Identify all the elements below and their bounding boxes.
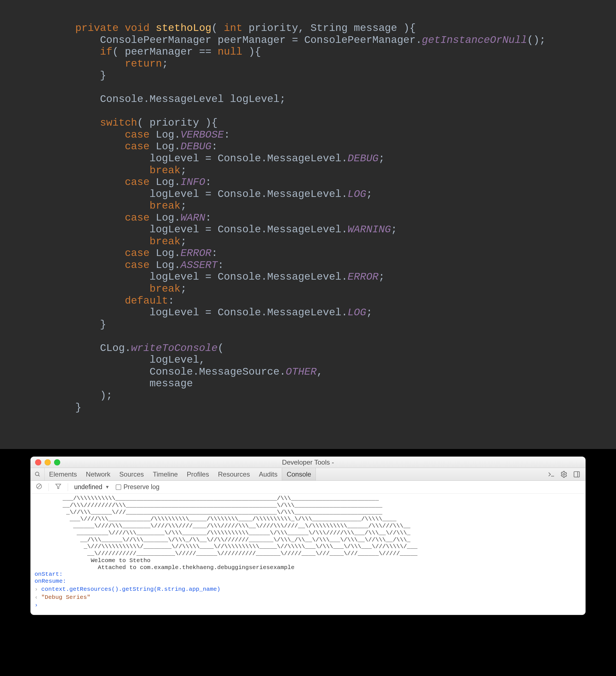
const-log: LOG xyxy=(348,188,366,200)
svg-point-0 xyxy=(35,472,39,475)
kw-void: void xyxy=(125,22,150,34)
tab-audits-label: Audits xyxy=(259,470,277,478)
const-warning: WARNING xyxy=(348,224,391,235)
tab-resources[interactable]: Resources xyxy=(213,468,254,481)
code-block[interactable]: private void stethoLog( int priority, St… xyxy=(75,22,616,413)
const-other: OTHER xyxy=(286,366,317,378)
svg-rect-4 xyxy=(574,471,579,477)
input-caret-icon: › xyxy=(35,586,39,593)
var-loglevel: logLevel xyxy=(230,93,279,105)
assign-ll1: logLevel xyxy=(149,153,199,164)
kw-if: if xyxy=(100,46,112,58)
ml3: MessageLevel xyxy=(267,224,341,235)
assign-ll3: logLevel xyxy=(149,224,199,235)
tab-audits[interactable]: Audits xyxy=(254,468,282,481)
console-input-line: context.getResources().getString(R.strin… xyxy=(41,586,220,593)
kw-case3: case xyxy=(125,176,150,188)
assign-ll4: logLevel xyxy=(149,271,199,283)
tab-sources[interactable]: Sources xyxy=(115,468,148,481)
const-error2: ERROR xyxy=(348,271,378,283)
context-selector[interactable]: undefined ▼ xyxy=(74,483,109,491)
preserve-log-label: Preserve log xyxy=(123,483,159,491)
log-t2: Log xyxy=(156,140,174,152)
log-t6: Log xyxy=(156,259,174,271)
console-input-row: › context.getResources().getString(R.str… xyxy=(35,586,581,593)
svg-point-3 xyxy=(563,473,565,475)
ml2: MessageLevel xyxy=(267,188,341,200)
type-cpm: ConsolePeerManager xyxy=(100,34,212,46)
dock-icon[interactable] xyxy=(573,471,580,478)
kw-break3: break xyxy=(149,236,181,247)
window-titlebar: Developer Tools - xyxy=(31,457,585,468)
devtools-tabs: Elements Network Sources Timeline Profil… xyxy=(31,468,585,481)
console-output-line: "Debug Series" xyxy=(41,594,90,601)
call-writeconsole: writeToConsole xyxy=(131,342,218,354)
log-onstart: onStart: xyxy=(35,571,581,578)
svg-marker-8 xyxy=(56,484,61,489)
log-t4: Log xyxy=(156,212,174,224)
preserve-log[interactable]: Preserve log xyxy=(116,483,159,491)
c3: Console xyxy=(218,224,261,235)
c2: Console xyxy=(218,188,261,200)
kw-break1: break xyxy=(149,165,181,176)
kw-case6: case xyxy=(125,259,150,271)
tab-console[interactable]: Console xyxy=(282,468,316,481)
log-t5: Log xyxy=(156,247,174,259)
const-debug: DEBUG xyxy=(181,140,212,152)
ml1: MessageLevel xyxy=(267,153,341,164)
ml4: MessageLevel xyxy=(267,271,341,283)
type-string: String xyxy=(310,22,348,34)
code-editor: private void stethoLog( int priority, St… xyxy=(0,0,616,449)
devtools-stage: Developer Tools - Elements Network Sourc… xyxy=(0,449,616,676)
svg-line-7 xyxy=(37,485,41,488)
console-toolbar: undefined ▼ Preserve log xyxy=(31,481,585,494)
const-info: INFO xyxy=(181,176,205,188)
tab-profiles[interactable]: Profiles xyxy=(182,468,213,481)
toggle-drawer-icon[interactable] xyxy=(548,471,555,478)
type-console: Console xyxy=(100,93,143,105)
type-cpm2: ConsolePeerManager xyxy=(304,34,416,46)
log-t3: Log xyxy=(156,176,174,188)
tab-elements[interactable]: Elements xyxy=(45,468,82,481)
method-name: stethoLog xyxy=(156,22,212,34)
cursor-caret-icon: › xyxy=(35,602,39,609)
kw-break4: break xyxy=(149,283,181,295)
log-onresume: onResume: xyxy=(35,578,581,585)
search-icon[interactable] xyxy=(31,468,45,481)
kw-null: null xyxy=(218,46,243,58)
kw-case2: case xyxy=(125,140,150,152)
c6: Console xyxy=(149,366,193,378)
const-log2: LOG xyxy=(348,307,366,318)
type-msgsource: MessageSource xyxy=(199,366,279,378)
tab-sources-label: Sources xyxy=(119,470,144,478)
const-debug2: DEBUG xyxy=(348,153,378,164)
ascii-banner: ___/\\\\\\\\\\\_________________________… xyxy=(35,495,581,571)
var-peermanager2: peerManager xyxy=(125,46,193,58)
ml5: MessageLevel xyxy=(267,307,341,318)
type-int: int xyxy=(224,22,243,34)
console-output[interactable]: ___/\\\\\\\\\\\_________________________… xyxy=(31,494,585,615)
arg-message: message xyxy=(149,378,193,389)
log-t1: Log xyxy=(156,129,174,140)
tab-network-label: Network xyxy=(86,470,110,478)
tab-elements-label: Elements xyxy=(49,470,77,478)
devtools-window: Developer Tools - Elements Network Sourc… xyxy=(31,457,585,615)
kw-default: default xyxy=(125,295,168,307)
preserve-log-checkbox[interactable] xyxy=(116,485,121,490)
tab-resources-label: Resources xyxy=(218,470,250,478)
filter-icon[interactable] xyxy=(55,483,62,491)
tab-timeline[interactable]: Timeline xyxy=(148,468,182,481)
gear-icon[interactable] xyxy=(560,471,567,478)
switch-var: priority xyxy=(149,117,199,129)
assign-ll2: logLevel xyxy=(149,188,199,200)
svg-line-1 xyxy=(38,475,40,476)
kw-return: return xyxy=(125,58,162,70)
const-assert: ASSERT xyxy=(181,259,218,271)
const-verbose: VERBOSE xyxy=(181,129,224,140)
clear-console-icon[interactable] xyxy=(36,483,42,491)
c5: Console xyxy=(218,307,261,318)
console-cursor-row[interactable]: › xyxy=(35,602,581,609)
type-msglevel: MessageLevel xyxy=(149,93,223,105)
kw-private: private xyxy=(75,22,118,34)
tab-network[interactable]: Network xyxy=(82,468,115,481)
